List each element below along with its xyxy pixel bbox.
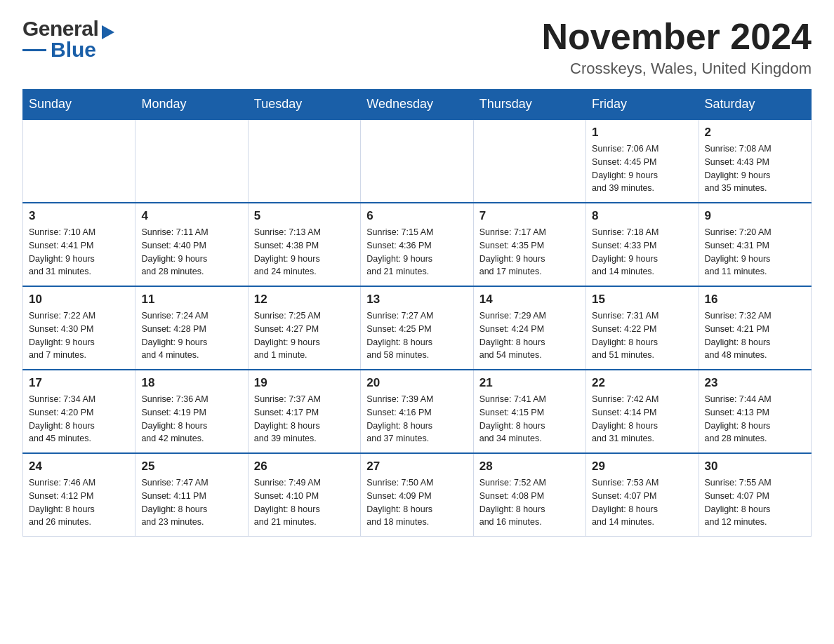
day-number: 19 xyxy=(254,376,355,390)
day-info: Sunrise: 7:36 AM Sunset: 4:19 PM Dayligh… xyxy=(141,393,241,445)
table-row: 8Sunrise: 7:18 AM Sunset: 4:33 PM Daylig… xyxy=(586,203,699,286)
table-row: 1Sunrise: 7:06 AM Sunset: 4:45 PM Daylig… xyxy=(586,119,699,203)
day-number: 5 xyxy=(254,209,355,223)
table-row: 5Sunrise: 7:13 AM Sunset: 4:38 PM Daylig… xyxy=(248,203,360,286)
day-number: 13 xyxy=(366,293,467,307)
table-row: 24Sunrise: 7:46 AM Sunset: 4:12 PM Dayli… xyxy=(23,453,135,537)
day-info: Sunrise: 7:52 AM Sunset: 4:08 PM Dayligh… xyxy=(479,476,580,529)
day-info: Sunrise: 7:47 AM Sunset: 4:11 PM Dayligh… xyxy=(141,476,241,529)
day-number: 15 xyxy=(592,293,692,307)
day-info: Sunrise: 7:11 AM Sunset: 4:40 PM Dayligh… xyxy=(141,226,241,279)
day-number: 4 xyxy=(141,209,241,223)
calendar-week-row: 24Sunrise: 7:46 AM Sunset: 4:12 PM Dayli… xyxy=(23,453,812,537)
col-friday: Friday xyxy=(586,90,699,120)
col-sunday: Sunday xyxy=(23,90,135,120)
day-number: 3 xyxy=(29,209,129,223)
table-row xyxy=(361,119,473,203)
day-number: 27 xyxy=(366,459,467,474)
col-tuesday: Tuesday xyxy=(248,90,360,120)
table-row: 2Sunrise: 7:08 AM Sunset: 4:43 PM Daylig… xyxy=(699,119,811,203)
day-info: Sunrise: 7:20 AM Sunset: 4:31 PM Dayligh… xyxy=(705,226,805,279)
location: Crosskeys, Wales, United Kingdom xyxy=(542,60,812,78)
day-number: 18 xyxy=(141,376,241,390)
day-number: 26 xyxy=(254,459,355,474)
day-info: Sunrise: 7:37 AM Sunset: 4:17 PM Dayligh… xyxy=(254,393,355,445)
day-info: Sunrise: 7:22 AM Sunset: 4:30 PM Dayligh… xyxy=(29,309,129,362)
day-number: 12 xyxy=(254,293,355,307)
day-info: Sunrise: 7:06 AM Sunset: 4:45 PM Dayligh… xyxy=(592,142,692,195)
logo-line-decor xyxy=(22,49,46,51)
title-area: November 2024 Crosskeys, Wales, United K… xyxy=(542,17,812,78)
day-info: Sunrise: 7:10 AM Sunset: 4:41 PM Dayligh… xyxy=(29,226,129,279)
day-info: Sunrise: 7:44 AM Sunset: 4:13 PM Dayligh… xyxy=(705,393,805,445)
day-info: Sunrise: 7:41 AM Sunset: 4:15 PM Dayligh… xyxy=(479,393,580,445)
col-thursday: Thursday xyxy=(473,90,585,120)
day-number: 21 xyxy=(479,376,580,390)
day-number: 29 xyxy=(592,459,692,474)
table-row: 6Sunrise: 7:15 AM Sunset: 4:36 PM Daylig… xyxy=(361,203,473,286)
day-info: Sunrise: 7:18 AM Sunset: 4:33 PM Dayligh… xyxy=(592,226,692,279)
calendar-week-row: 10Sunrise: 7:22 AM Sunset: 4:30 PM Dayli… xyxy=(23,286,812,370)
table-row: 10Sunrise: 7:22 AM Sunset: 4:30 PM Dayli… xyxy=(23,286,135,370)
day-info: Sunrise: 7:17 AM Sunset: 4:35 PM Dayligh… xyxy=(479,226,580,279)
calendar-week-row: 3Sunrise: 7:10 AM Sunset: 4:41 PM Daylig… xyxy=(23,203,812,286)
day-info: Sunrise: 7:24 AM Sunset: 4:28 PM Dayligh… xyxy=(141,309,241,362)
day-number: 23 xyxy=(705,376,805,390)
table-row: 28Sunrise: 7:52 AM Sunset: 4:08 PM Dayli… xyxy=(473,453,585,537)
day-info: Sunrise: 7:29 AM Sunset: 4:24 PM Dayligh… xyxy=(479,309,580,362)
table-row: 18Sunrise: 7:36 AM Sunset: 4:19 PM Dayli… xyxy=(135,370,248,453)
day-number: 2 xyxy=(705,126,805,140)
table-row xyxy=(248,119,360,203)
month-title: November 2024 xyxy=(542,17,812,57)
day-number: 6 xyxy=(366,209,467,223)
table-row: 14Sunrise: 7:29 AM Sunset: 4:24 PM Dayli… xyxy=(473,286,585,370)
day-number: 10 xyxy=(29,293,129,307)
page-header: General Blue November 2024 Crosskeys, Wa… xyxy=(22,17,812,78)
day-info: Sunrise: 7:53 AM Sunset: 4:07 PM Dayligh… xyxy=(592,476,692,529)
day-info: Sunrise: 7:31 AM Sunset: 4:22 PM Dayligh… xyxy=(592,309,692,362)
table-row: 15Sunrise: 7:31 AM Sunset: 4:22 PM Dayli… xyxy=(586,286,699,370)
day-number: 11 xyxy=(141,293,241,307)
col-saturday: Saturday xyxy=(699,90,811,120)
day-info: Sunrise: 7:42 AM Sunset: 4:14 PM Dayligh… xyxy=(592,393,692,445)
day-number: 7 xyxy=(479,209,580,223)
col-monday: Monday xyxy=(135,90,248,120)
calendar-week-row: 17Sunrise: 7:34 AM Sunset: 4:20 PM Dayli… xyxy=(23,370,812,453)
day-info: Sunrise: 7:25 AM Sunset: 4:27 PM Dayligh… xyxy=(254,309,355,362)
day-number: 24 xyxy=(29,459,129,474)
day-number: 14 xyxy=(479,293,580,307)
day-info: Sunrise: 7:49 AM Sunset: 4:10 PM Dayligh… xyxy=(254,476,355,529)
table-row: 11Sunrise: 7:24 AM Sunset: 4:28 PM Dayli… xyxy=(135,286,248,370)
table-row: 19Sunrise: 7:37 AM Sunset: 4:17 PM Dayli… xyxy=(248,370,360,453)
table-row: 25Sunrise: 7:47 AM Sunset: 4:11 PM Dayli… xyxy=(135,453,248,537)
day-info: Sunrise: 7:27 AM Sunset: 4:25 PM Dayligh… xyxy=(366,309,467,362)
day-number: 1 xyxy=(592,126,692,140)
table-row: 29Sunrise: 7:53 AM Sunset: 4:07 PM Dayli… xyxy=(586,453,699,537)
table-row: 16Sunrise: 7:32 AM Sunset: 4:21 PM Dayli… xyxy=(699,286,811,370)
day-info: Sunrise: 7:13 AM Sunset: 4:38 PM Dayligh… xyxy=(254,226,355,279)
table-row: 13Sunrise: 7:27 AM Sunset: 4:25 PM Dayli… xyxy=(361,286,473,370)
day-number: 25 xyxy=(141,459,241,474)
day-number: 9 xyxy=(705,209,805,223)
table-row xyxy=(23,119,135,203)
table-row: 21Sunrise: 7:41 AM Sunset: 4:15 PM Dayli… xyxy=(473,370,585,453)
day-info: Sunrise: 7:39 AM Sunset: 4:16 PM Dayligh… xyxy=(366,393,467,445)
table-row: 12Sunrise: 7:25 AM Sunset: 4:27 PM Dayli… xyxy=(248,286,360,370)
logo-flag-icon xyxy=(100,24,116,39)
table-row: 3Sunrise: 7:10 AM Sunset: 4:41 PM Daylig… xyxy=(23,203,135,286)
day-number: 8 xyxy=(592,209,692,223)
day-number: 17 xyxy=(29,376,129,390)
col-wednesday: Wednesday xyxy=(361,90,473,120)
table-row: 30Sunrise: 7:55 AM Sunset: 4:07 PM Dayli… xyxy=(699,453,811,537)
calendar-header-row: Sunday Monday Tuesday Wednesday Thursday… xyxy=(23,90,812,120)
day-number: 22 xyxy=(592,376,692,390)
table-row: 9Sunrise: 7:20 AM Sunset: 4:31 PM Daylig… xyxy=(699,203,811,286)
logo-general-text: General xyxy=(22,17,98,41)
table-row: 17Sunrise: 7:34 AM Sunset: 4:20 PM Dayli… xyxy=(23,370,135,453)
svg-marker-0 xyxy=(102,25,114,39)
day-number: 28 xyxy=(479,459,580,474)
table-row: 26Sunrise: 7:49 AM Sunset: 4:10 PM Dayli… xyxy=(248,453,360,537)
table-row: 22Sunrise: 7:42 AM Sunset: 4:14 PM Dayli… xyxy=(586,370,699,453)
table-row: 27Sunrise: 7:50 AM Sunset: 4:09 PM Dayli… xyxy=(361,453,473,537)
day-number: 16 xyxy=(705,293,805,307)
